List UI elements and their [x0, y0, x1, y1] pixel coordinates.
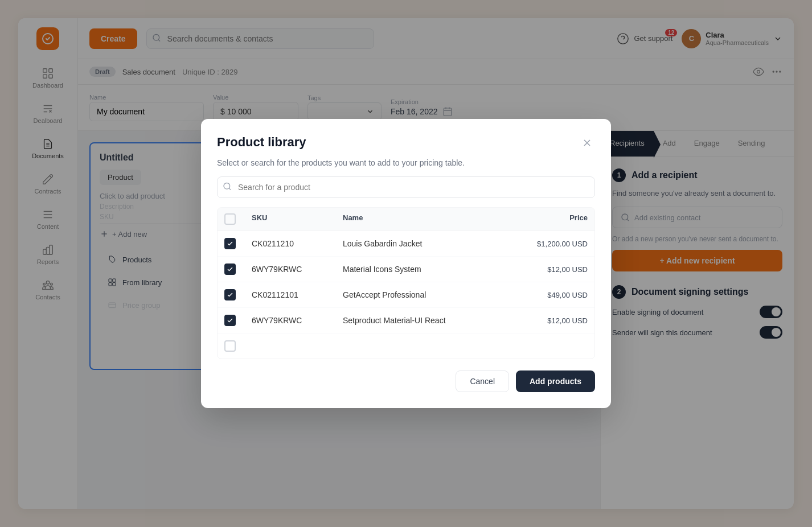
checkbox-empty-5	[224, 340, 236, 352]
row-name-2: Material Icons System	[343, 265, 508, 274]
check-icon-1	[227, 240, 233, 247]
close-icon	[581, 137, 593, 149]
row-checkbox-5[interactable]	[224, 340, 252, 352]
svg-point-19	[224, 183, 230, 190]
row-price-4: $12,00 USD	[508, 316, 588, 325]
modal-footer: Cancel Add products	[217, 370, 595, 392]
checkbox-checked-4	[224, 315, 236, 326]
row-checkbox-3[interactable]	[224, 289, 252, 300]
row-sku-1: CK0211210	[252, 239, 343, 248]
row-sku-2: 6WY79KRWC	[252, 265, 343, 274]
table-header: SKU Name Price	[218, 208, 594, 231]
row-sku-3: CK02112101	[252, 290, 343, 299]
product-table: SKU Name Price CK0211210 Louis Gabardin …	[217, 207, 595, 359]
checkbox-checked-3	[224, 289, 236, 300]
row-price-3: $49,00 USD	[508, 291, 588, 299]
table-row: 6WY79KRWC Material Icons System $12,00 U…	[218, 257, 594, 282]
cancel-button[interactable]: Cancel	[456, 370, 509, 392]
table-row: 6WY79KRWC Setproduct Material-UI React $…	[218, 308, 594, 334]
modal-search-input[interactable]	[217, 176, 595, 198]
header-name: Name	[343, 213, 508, 225]
table-row: CK02112101 GetAccept Professional $49,00…	[218, 282, 594, 308]
row-checkbox-1[interactable]	[224, 238, 252, 249]
table-row: CK0211210 Louis Gabardin Jacket $1,200.0…	[218, 231, 594, 257]
row-checkbox-2[interactable]	[224, 264, 252, 275]
row-name-4: Setproduct Material-UI React	[343, 316, 508, 325]
header-checkbox-control[interactable]	[224, 213, 236, 225]
checkbox-checked-2	[224, 264, 236, 275]
add-products-button[interactable]: Add products	[516, 370, 595, 392]
row-name-1: Louis Gabardin Jacket	[343, 239, 508, 248]
row-checkbox-4[interactable]	[224, 315, 252, 326]
header-price: Price	[508, 213, 588, 225]
product-library-modal: Product library Select or search for the…	[201, 119, 611, 408]
modal-header: Product library	[217, 135, 595, 154]
modal-title: Product library	[217, 135, 306, 150]
row-sku-4: 6WY79KRWC	[252, 316, 343, 325]
row-price-1: $1,200.00 USD	[508, 240, 588, 248]
check-icon-3	[227, 291, 233, 298]
header-sku: SKU	[252, 213, 343, 225]
table-row	[218, 334, 594, 359]
check-icon-2	[227, 266, 233, 273]
header-checkbox	[224, 213, 252, 225]
row-price-2: $12,00 USD	[508, 265, 588, 274]
check-icon-4	[227, 317, 233, 324]
modal-search	[217, 176, 595, 198]
modal-overlay: Product library Select or search for the…	[0, 0, 812, 527]
row-name-3: GetAccept Professional	[343, 290, 508, 299]
modal-close-button[interactable]	[579, 135, 595, 154]
checkbox-checked-1	[224, 238, 236, 249]
modal-description: Select or search for the products you wa…	[217, 158, 595, 167]
modal-search-icon	[223, 182, 232, 193]
